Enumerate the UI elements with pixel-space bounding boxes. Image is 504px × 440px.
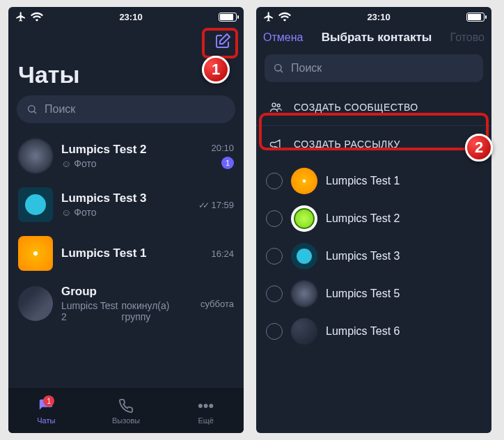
chat-time: ✓✓ 17:59 [198, 200, 234, 210]
avatar [291, 243, 317, 269]
wifi-icon [278, 12, 291, 22]
contact-item[interactable]: Lumpics Test 2 [256, 200, 491, 237]
avatar [291, 318, 317, 345]
community-icon [267, 99, 284, 116]
step-marker-2: 2 [465, 134, 493, 162]
radio-unchecked[interactable] [266, 210, 283, 227]
contact-item[interactable]: Lumpics Test 5 [256, 275, 491, 313]
avatar [291, 168, 317, 194]
radio-unchecked[interactable] [266, 248, 283, 265]
chat-item[interactable]: Lumpics Test 3 ☺ Фото ✓✓ 17:59 [8, 180, 244, 229]
chat-time: суббота [200, 299, 234, 309]
contact-name: Lumpics Test 2 [326, 212, 400, 225]
chat-list: Lumpics Test 2 ☺ Фото 20:10 1 Lumpics Te… [8, 132, 244, 388]
wifi-icon [31, 12, 43, 22]
svg-point-1 [275, 65, 281, 71]
tab-bar: Чаты 1 Вызовы ••• Ещё [8, 388, 244, 433]
radio-unchecked[interactable] [266, 173, 283, 189]
compose-button[interactable] [210, 29, 235, 53]
unread-badge: 1 [221, 157, 234, 169]
tab-chats[interactable]: Чаты 1 [36, 398, 56, 425]
battery-icon [219, 13, 237, 22]
contact-name: Lumpics Test 5 [326, 288, 400, 300]
radio-unchecked[interactable] [266, 323, 283, 340]
svg-point-2 [272, 103, 276, 107]
chat-item[interactable]: Lumpics Test 2 ☺ Фото 20:10 1 [8, 132, 244, 180]
step-marker-1: 1 [202, 56, 230, 84]
avatar [18, 236, 53, 271]
search-placeholder: Поиск [291, 62, 322, 74]
chat-name: Lumpics Test 3 [61, 191, 190, 205]
status-time: 23:10 [367, 12, 390, 22]
nav-title: Выбрать контакты [322, 31, 432, 45]
status-bar: 23:10 [8, 7, 244, 26]
contact-name: Lumpics Test 6 [326, 325, 400, 338]
contact-item[interactable]: Lumpics Test 3 [256, 237, 491, 275]
create-broadcast-button[interactable]: СОЗДАТЬ РАССЫЛКУ [256, 126, 491, 162]
nav-bar: Отмена Выбрать контакты Готово [256, 26, 491, 52]
search-input[interactable]: Поиск [17, 95, 235, 123]
phone-select-contacts: 23:10 Отмена Выбрать контакты Готово Пои… [256, 7, 491, 433]
contact-name: Lumpics Test 3 [326, 250, 400, 262]
avatar [18, 286, 53, 321]
chat-time: 16:24 [211, 249, 234, 259]
phone-icon [118, 398, 134, 414]
chat-name: Lumpics Test 2 [61, 143, 203, 157]
battery-icon [466, 13, 485, 22]
chat-item[interactable]: Lumpics Test 1 16:24 [8, 229, 244, 278]
status-time: 23:10 [119, 12, 142, 22]
search-placeholder: Поиск [45, 103, 75, 116]
airplane-icon [15, 11, 26, 22]
chat-name: Lumpics Test 1 [61, 246, 203, 260]
tab-calls[interactable]: Вызовы [112, 398, 140, 425]
contact-item[interactable]: Lumpics Test 1 [256, 162, 491, 200]
cancel-button[interactable]: Отмена [263, 31, 303, 44]
chat-name: Group [61, 285, 192, 299]
megaphone-icon [267, 136, 284, 152]
tab-more[interactable]: ••• Ещё [196, 398, 216, 425]
status-bar: 23:10 [256, 7, 491, 26]
chat-item[interactable]: Group Lumpics Test 2покинул(а) группу су… [8, 278, 244, 329]
read-check-icon: ✓✓ [198, 201, 207, 210]
search-icon [273, 63, 284, 74]
create-community-label: СОЗДАТЬ СООБЩЕСТВО [294, 102, 418, 113]
avatar [18, 187, 53, 222]
emoji-icon: ☺ [61, 207, 71, 218]
radio-unchecked[interactable] [266, 285, 283, 302]
more-icon: ••• [196, 398, 216, 414]
svg-point-3 [277, 104, 280, 107]
chat-time: 20:10 [211, 143, 234, 153]
search-input[interactable]: Поиск [265, 54, 483, 82]
create-broadcast-label: СОЗДАТЬ РАССЫЛКУ [294, 139, 400, 150]
emoji-icon: ☺ [61, 158, 71, 169]
contact-list: Lumpics Test 1 Lumpics Test 2 Lumpics Te… [256, 162, 491, 350]
contact-name: Lumpics Test 1 [326, 175, 400, 187]
avatar [291, 281, 317, 307]
contact-item[interactable]: Lumpics Test 6 [256, 313, 491, 350]
search-icon [26, 104, 38, 115]
avatar [291, 205, 317, 232]
svg-point-0 [29, 106, 35, 112]
done-button[interactable]: Готово [450, 31, 485, 44]
avatar [18, 139, 53, 173]
create-community-button[interactable]: СОЗДАТЬ СООБЩЕСТВО [256, 89, 491, 126]
airplane-icon [263, 11, 274, 22]
